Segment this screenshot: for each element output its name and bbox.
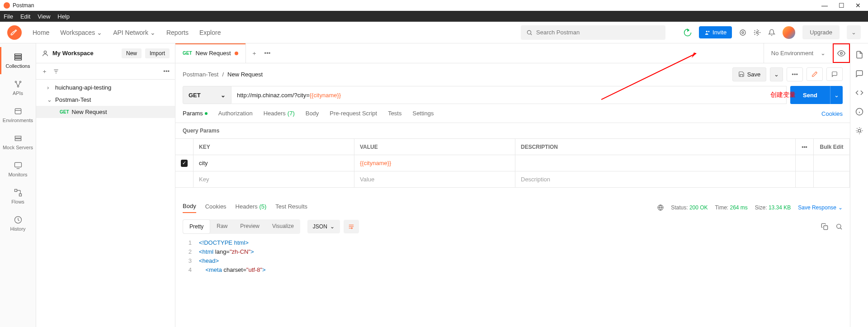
- menu-help[interactable]: Help: [57, 13, 70, 20]
- view-visualize[interactable]: Visualize: [266, 219, 300, 234]
- plus-icon[interactable]: ＋: [42, 67, 47, 76]
- sidebar-item-mock-servers[interactable]: Mock Servers: [0, 128, 36, 156]
- environment-selector[interactable]: No Environment ⌄: [764, 43, 833, 63]
- annotation-text: 创建变量: [770, 91, 796, 99]
- url-input[interactable]: http://mip.chinaz.com/?city={{cityname}}: [231, 86, 787, 104]
- menu-bar: File Edit View Help: [0, 11, 868, 22]
- view-pretty[interactable]: Pretty: [183, 219, 210, 234]
- more-icon[interactable]: •••: [787, 67, 803, 81]
- new-button[interactable]: New: [122, 48, 142, 58]
- plus-icon[interactable]: ＋: [251, 49, 257, 57]
- invite-button[interactable]: Invite: [699, 26, 732, 38]
- wrap-lines-button[interactable]: [344, 220, 359, 233]
- response-toolbar-right: [821, 223, 843, 230]
- upgrade-button[interactable]: Upgrade: [802, 25, 840, 39]
- param-value-placeholder[interactable]: Value: [354, 171, 515, 187]
- collection-item[interactable]: ⌄ Postman-Test: [36, 94, 175, 106]
- window-controls: — ☐ ✕: [821, 2, 868, 9]
- environment-quicklook[interactable]: [833, 43, 850, 63]
- comment-icon[interactable]: [826, 67, 843, 81]
- bulk-edit-button[interactable]: Bulk Edit: [814, 139, 850, 155]
- more-icon[interactable]: •••: [796, 139, 814, 155]
- tab-params[interactable]: Params: [183, 110, 208, 118]
- comments-icon[interactable]: [855, 70, 863, 78]
- info-icon[interactable]: [855, 108, 863, 116]
- param-key[interactable]: city: [193, 155, 354, 171]
- method-badge: GET: [60, 109, 69, 114]
- response-tab-tests[interactable]: Test Results: [275, 203, 307, 213]
- sidebar-item-environments[interactable]: Environments: [0, 101, 36, 128]
- postman-logo-icon[interactable]: [7, 25, 22, 40]
- format-select[interactable]: JSON ⌄: [307, 220, 340, 233]
- breadcrumb-parent[interactable]: Postman-Test: [183, 71, 218, 78]
- avatar[interactable]: [783, 26, 795, 39]
- response-tab-body[interactable]: Body: [183, 203, 196, 213]
- tab-settings[interactable]: Settings: [412, 110, 434, 118]
- response-body-code[interactable]: 1<!DOCTYPE html> 2<html lang="zh-CN"> 3<…: [175, 237, 850, 276]
- upgrade-chevron[interactable]: ⌄: [847, 25, 861, 39]
- param-key-placeholder[interactable]: Key: [193, 171, 354, 187]
- response-tab-headers[interactable]: Headers (5): [236, 203, 267, 213]
- menu-view[interactable]: View: [38, 13, 50, 20]
- minimize-icon[interactable]: —: [821, 2, 828, 9]
- nav-reports[interactable]: Reports: [166, 29, 189, 36]
- nav-explore[interactable]: Explore: [199, 29, 221, 36]
- collection-item[interactable]: › huichuang-api-testing: [36, 81, 175, 94]
- svg-point-4: [742, 32, 744, 33]
- import-button[interactable]: Import: [145, 48, 170, 58]
- search-box[interactable]: [521, 25, 665, 40]
- tab-prerequest[interactable]: Pre-request Script: [330, 110, 377, 118]
- code-icon[interactable]: [855, 89, 863, 97]
- param-desc-placeholder[interactable]: Description: [515, 171, 796, 187]
- save-dropdown[interactable]: ⌄: [770, 67, 783, 81]
- svg-rect-15: [15, 109, 21, 114]
- cookies-link[interactable]: Cookies: [821, 110, 843, 117]
- view-preview[interactable]: Preview: [234, 219, 266, 234]
- sidebar-item-monitors[interactable]: Monitors: [0, 156, 36, 183]
- menu-file[interactable]: File: [4, 13, 13, 20]
- search-input[interactable]: [536, 29, 660, 36]
- send-dropdown[interactable]: ⌄: [830, 86, 843, 104]
- tab-authorization[interactable]: Authorization: [218, 110, 253, 118]
- breadcrumb-current[interactable]: New Request: [227, 71, 263, 78]
- more-icon[interactable]: •••: [264, 50, 271, 57]
- globe-icon[interactable]: [657, 204, 664, 211]
- response-tab-cookies[interactable]: Cookies: [205, 203, 226, 213]
- bell-icon[interactable]: [768, 29, 775, 36]
- sidebar-item-flows[interactable]: Flows: [0, 183, 36, 210]
- sidebar-item-collections[interactable]: Collections: [0, 47, 36, 74]
- method-select[interactable]: GET ⌄: [183, 86, 231, 104]
- nav-workspaces[interactable]: Workspaces ⌄: [60, 29, 102, 36]
- save-response-button[interactable]: Save Response ⌄: [798, 204, 843, 211]
- related-icon[interactable]: [855, 127, 863, 135]
- maximize-icon[interactable]: ☐: [839, 2, 844, 9]
- more-icon[interactable]: •••: [163, 68, 170, 75]
- menu-edit[interactable]: Edit: [20, 13, 30, 20]
- documentation-icon[interactable]: [855, 51, 863, 59]
- sidebar-item-history[interactable]: History: [0, 210, 36, 237]
- save-button[interactable]: Save: [732, 67, 767, 81]
- sidebar-item-apis[interactable]: APIs: [0, 74, 36, 101]
- sync-icon[interactable]: [684, 28, 692, 37]
- filter-icon[interactable]: [53, 68, 59, 75]
- collection-label: huichuang-api-testing: [55, 84, 111, 91]
- tab-body[interactable]: Body: [306, 110, 319, 118]
- view-raw[interactable]: Raw: [210, 219, 234, 234]
- settings-icon[interactable]: [754, 29, 761, 36]
- close-icon[interactable]: ✕: [855, 2, 861, 9]
- search-icon[interactable]: [835, 223, 843, 230]
- send-button[interactable]: Send: [790, 86, 830, 104]
- workspace-name[interactable]: My Workspace: [52, 50, 118, 57]
- breadcrumb-actions: Save ⌄ •••: [732, 67, 843, 81]
- param-description[interactable]: [515, 155, 796, 171]
- tab[interactable]: GET New Request: [175, 43, 246, 63]
- nav-home[interactable]: Home: [33, 29, 49, 36]
- tab-tests[interactable]: Tests: [388, 110, 401, 118]
- copy-icon[interactable]: [821, 223, 828, 230]
- capture-icon[interactable]: [739, 29, 746, 36]
- request-item[interactable]: GET New Request: [36, 106, 175, 118]
- param-value[interactable]: {{cityname}}: [354, 155, 515, 171]
- edit-icon[interactable]: [807, 67, 823, 81]
- tab-headers[interactable]: Headers (7): [264, 110, 295, 118]
- nav-api-network[interactable]: API Network ⌄: [113, 29, 156, 36]
